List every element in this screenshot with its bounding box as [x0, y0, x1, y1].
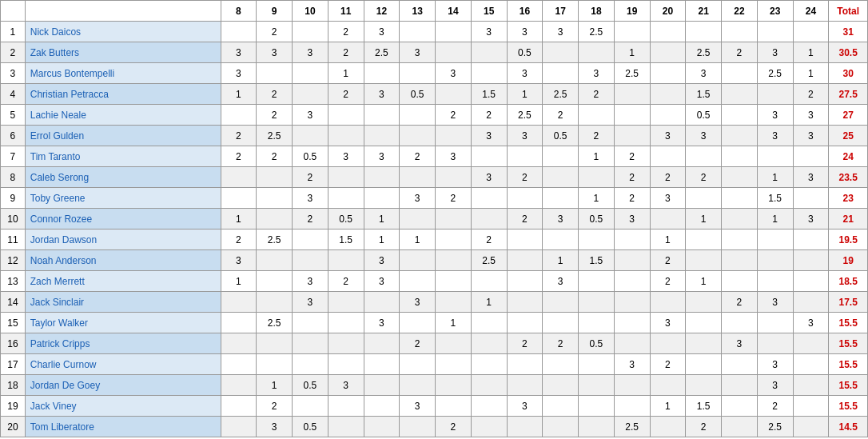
score-cell — [221, 188, 257, 209]
score-cell — [686, 292, 722, 313]
score-cell — [328, 105, 364, 126]
score-cell — [471, 42, 507, 63]
score-cell — [471, 417, 507, 437]
score-cell — [328, 188, 364, 209]
round-header-13: 13 — [400, 1, 436, 22]
score-cell: 2 — [686, 167, 722, 188]
score-cell — [793, 229, 829, 250]
score-cell: 3 — [257, 417, 293, 437]
score-cell: 23.5 — [829, 167, 868, 188]
score-cell: 0.5 — [686, 105, 722, 126]
score-cell: 2 — [400, 333, 436, 354]
score-cell: 3 — [364, 146, 400, 167]
score-cell — [221, 417, 257, 437]
score-cell — [543, 229, 579, 250]
score-cell: 3 — [400, 42, 436, 63]
score-cell: 3 — [507, 63, 543, 84]
score-cell — [614, 271, 650, 292]
table-row: 2Zak Butters33322.530.512.523130.5 — [1, 42, 868, 63]
score-cell — [436, 292, 472, 313]
score-cell: 3 — [757, 292, 793, 313]
score-cell: 2 — [507, 209, 543, 229]
player-header — [25, 1, 221, 22]
score-cell: 30 — [829, 63, 868, 84]
score-cell — [686, 354, 722, 375]
round-header-8: 8 — [221, 1, 257, 22]
score-cell: 3 — [400, 292, 436, 313]
score-cell — [436, 84, 472, 105]
score-cell — [257, 209, 293, 229]
score-cell: 3 — [364, 22, 400, 42]
score-cell: 3 — [722, 333, 758, 354]
score-cell: 3 — [471, 126, 507, 146]
score-cell — [471, 146, 507, 167]
round-header-Total: Total — [829, 1, 868, 22]
score-cell — [614, 22, 650, 42]
score-cell: 1 — [221, 209, 257, 229]
player-name-cell: Caleb Serong — [25, 167, 221, 188]
table-row: 18Jordan De Goey10.53315.5 — [1, 375, 868, 396]
score-cell — [293, 313, 328, 333]
score-cell: 3 — [400, 188, 436, 209]
score-cell: 3 — [436, 63, 472, 84]
score-cell — [436, 42, 472, 63]
score-cell — [543, 146, 579, 167]
score-cell — [364, 354, 400, 375]
round-header-17: 17 — [543, 1, 579, 22]
score-cell — [436, 250, 472, 271]
table-row: 6Errol Gulden22.5330.52333325 — [1, 126, 868, 146]
score-cell: 3 — [793, 313, 829, 333]
score-cell: 19 — [829, 250, 868, 271]
score-cell: 3 — [364, 250, 400, 271]
score-cell: 1 — [650, 396, 686, 417]
round-header-20: 20 — [650, 1, 686, 22]
score-cell — [614, 126, 650, 146]
score-cell: 0.5 — [293, 146, 328, 167]
score-cell — [293, 354, 328, 375]
score-cell — [293, 333, 328, 354]
score-cell: 3 — [507, 126, 543, 146]
score-cell — [400, 22, 436, 42]
rank-cell: 2 — [1, 42, 26, 63]
score-cell — [436, 167, 472, 188]
score-cell: 3 — [793, 209, 829, 229]
score-cell — [650, 333, 686, 354]
score-cell: 1 — [257, 375, 293, 396]
score-cell: 1.5 — [757, 188, 793, 209]
score-cell — [543, 375, 579, 396]
score-cell — [686, 22, 722, 42]
score-cell: 30.5 — [829, 42, 868, 63]
score-cell — [364, 396, 400, 417]
score-cell — [650, 292, 686, 313]
score-cell — [722, 146, 758, 167]
score-cell — [543, 313, 579, 333]
table-row: 8Caleb Serong2322221323.5 — [1, 167, 868, 188]
score-cell: 2 — [543, 333, 579, 354]
score-cell — [686, 250, 722, 271]
score-cell — [686, 375, 722, 396]
score-cell — [400, 209, 436, 229]
table-row: 11Jordan Dawson22.51.5112119.5 — [1, 229, 868, 250]
score-cell — [507, 417, 543, 437]
score-cell: 3 — [757, 375, 793, 396]
score-cell — [686, 229, 722, 250]
score-cell: 3 — [650, 188, 686, 209]
score-cell — [757, 229, 793, 250]
score-cell: 2 — [257, 396, 293, 417]
score-cell: 21 — [829, 209, 868, 229]
score-cell — [543, 167, 579, 188]
score-cell — [650, 84, 686, 105]
score-cell — [328, 417, 364, 437]
score-cell: 3 — [757, 42, 793, 63]
score-cell — [757, 22, 793, 42]
score-cell — [257, 292, 293, 313]
score-cell: 3 — [793, 105, 829, 126]
score-cell — [471, 271, 507, 292]
rank-cell: 14 — [1, 292, 26, 313]
score-cell — [722, 84, 758, 105]
player-name-cell: Charlie Curnow — [25, 354, 221, 375]
score-cell: 2 — [436, 188, 472, 209]
score-cell: 3 — [686, 63, 722, 84]
score-cell — [364, 375, 400, 396]
rank-cell: 5 — [1, 105, 26, 126]
